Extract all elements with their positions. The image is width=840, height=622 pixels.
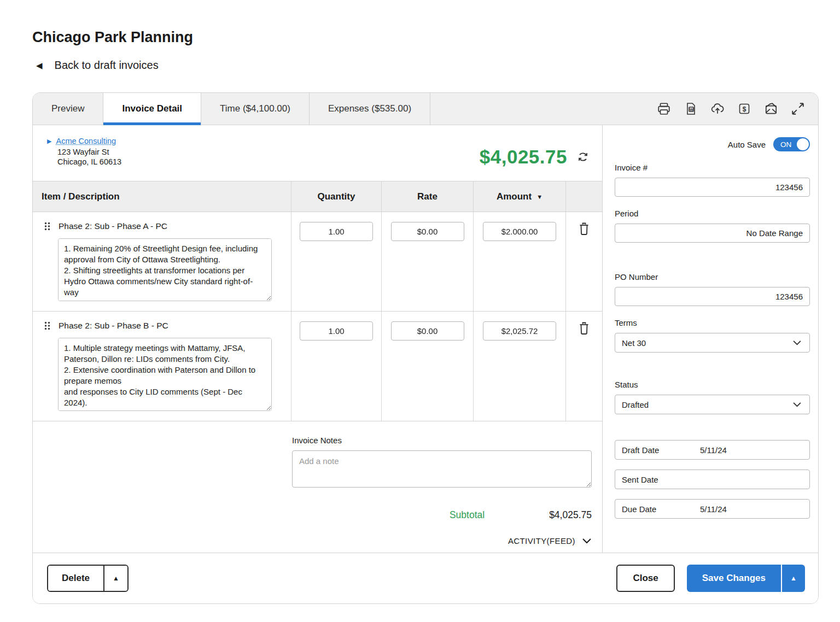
invoice-number-input[interactable] xyxy=(615,178,810,197)
notes-section: Invoice Notes Subtotal $4,025.75 ACTIVIT… xyxy=(33,421,602,545)
amount-input[interactable] xyxy=(483,222,556,241)
due-date-value: 5/11/24 xyxy=(700,504,727,514)
auto-save-toggle[interactable]: ON xyxy=(773,137,810,151)
activity-feed-toggle[interactable]: ACTIVITY(FEED) xyxy=(292,536,592,545)
item-title[interactable]: Phase 2: Sub - Phase A - PC xyxy=(59,221,167,231)
draft-date-field[interactable]: Draft Date 5/11/24 xyxy=(615,440,810,460)
period-input[interactable] xyxy=(615,224,810,243)
invoice-settings-panel: Auto Save ON Invoice # Period PO Number … xyxy=(602,125,818,553)
subtotal-value: $4,025.75 xyxy=(549,509,592,521)
back-to-draft-invoices-link[interactable]: ◀ Back to draft invoices xyxy=(36,59,159,72)
header-amount-label: Amount xyxy=(497,191,532,202)
toolbar: W $ xyxy=(657,93,818,125)
status-value: Drafted xyxy=(622,400,649,409)
email-icon[interactable] xyxy=(764,102,778,116)
print-icon[interactable] xyxy=(657,102,671,116)
activity-feed-label: ACTIVITY(FEED) xyxy=(508,536,575,545)
subtotal-label: Subtotal xyxy=(450,509,485,521)
cloud-upload-icon[interactable] xyxy=(710,102,725,116)
drag-handle-icon[interactable] xyxy=(44,321,51,331)
rate-input[interactable] xyxy=(391,321,464,341)
tab-time[interactable]: Time ($4,100.00) xyxy=(201,93,310,125)
delete-split-button: Delete ▲ xyxy=(47,565,129,592)
line-item-row: Phase 2: Sub - Phase B - PC 1. Multiple … xyxy=(33,312,602,421)
editor-body: ▶ Acme Consulting 123 Wayfair St Chicago… xyxy=(33,125,818,553)
due-date-label: Due Date xyxy=(622,504,700,514)
header-amount[interactable]: Amount ▼ xyxy=(473,181,565,212)
terms-select[interactable]: Net 30 xyxy=(615,333,810,353)
invoice-editor-card: Preview Invoice Detail Time ($4,100.00) … xyxy=(32,92,819,604)
po-number-input[interactable] xyxy=(615,287,810,306)
save-menu-arrow[interactable]: ▲ xyxy=(782,565,805,592)
draft-date-label: Draft Date xyxy=(622,445,700,455)
chevron-down-icon xyxy=(792,340,802,346)
word-doc-icon[interactable]: W xyxy=(684,102,698,116)
terms-label: Terms xyxy=(615,318,810,327)
footer-bar: Delete ▲ Close Save Changes ▲ xyxy=(33,553,818,603)
chevron-down-icon xyxy=(792,402,802,408)
status-label: Status xyxy=(615,380,810,389)
toggle-knob xyxy=(797,138,809,150)
quantity-input[interactable] xyxy=(300,321,373,341)
svg-text:$: $ xyxy=(743,105,746,113)
expand-icon[interactable] xyxy=(791,102,805,116)
item-description-textarea[interactable]: 1. Multiple strategy meetings with Matta… xyxy=(58,338,272,411)
dollar-icon[interactable]: $ xyxy=(737,102,751,116)
status-select[interactable]: Drafted xyxy=(615,395,810,414)
tab-preview[interactable]: Preview xyxy=(33,93,103,125)
back-link-label: Back to draft invoices xyxy=(55,59,159,72)
terms-value: Net 30 xyxy=(622,338,646,348)
sent-date-field[interactable]: Sent Date xyxy=(615,470,810,489)
period-label: Period xyxy=(615,209,810,218)
header-rate: Rate xyxy=(381,181,473,212)
client-address-line1: 123 Wayfair St xyxy=(57,147,121,157)
header-quantity: Quantity xyxy=(291,181,381,212)
item-title[interactable]: Phase 2: Sub - Phase B - PC xyxy=(59,321,168,331)
item-description-textarea[interactable]: 1. Remaining 20% of Streetlight Design f… xyxy=(58,238,272,301)
header-item-description: Item / Description xyxy=(33,181,291,212)
auto-save-label: Auto Save xyxy=(728,140,766,149)
save-changes-button[interactable]: Save Changes xyxy=(687,565,781,592)
auto-save-state: ON xyxy=(780,140,791,149)
svg-text:W: W xyxy=(690,108,693,112)
client-expand-icon[interactable]: ▶ xyxy=(47,136,51,146)
tab-bar: Preview Invoice Detail Time ($4,100.00) … xyxy=(33,93,818,125)
delete-row-button[interactable] xyxy=(576,221,592,237)
delete-button[interactable]: Delete xyxy=(48,566,104,591)
delete-row-button[interactable] xyxy=(576,320,592,337)
invoice-header-strip: ▶ Acme Consulting 123 Wayfair St Chicago… xyxy=(33,125,602,181)
client-address-line2: Chicago, IL 60613 xyxy=(57,157,121,167)
close-button[interactable]: Close xyxy=(616,565,674,592)
tab-invoice-detail[interactable]: Invoice Detail xyxy=(103,93,201,125)
line-items-header: Item / Description Quantity Rate Amount … xyxy=(33,181,602,212)
amount-input[interactable] xyxy=(483,321,556,341)
header-actions xyxy=(565,181,602,212)
page-title: Chicago Park Planning xyxy=(32,29,193,46)
amount-sort-icon[interactable]: ▼ xyxy=(536,193,542,200)
draft-date-value: 5/11/24 xyxy=(700,445,727,455)
delete-menu-arrow[interactable]: ▲ xyxy=(104,566,127,591)
tab-expenses[interactable]: Expenses ($535.00) xyxy=(310,93,430,125)
chevron-down-icon xyxy=(582,538,592,544)
po-number-label: PO Number xyxy=(615,272,810,281)
client-block: ▶ Acme Consulting 123 Wayfair St Chicago… xyxy=(47,136,121,181)
client-name-link[interactable]: Acme Consulting xyxy=(56,136,116,146)
refresh-icon[interactable] xyxy=(576,150,590,164)
line-item-row: Phase 2: Sub - Phase A - PC 1. Remaining… xyxy=(33,212,602,312)
quantity-input[interactable] xyxy=(300,222,373,241)
due-date-field[interactable]: Due Date 5/11/24 xyxy=(615,499,810,519)
back-arrow-icon: ◀ xyxy=(36,61,43,69)
drag-handle-icon[interactable] xyxy=(44,221,51,231)
save-split-button: Save Changes ▲ xyxy=(687,565,805,592)
invoice-total: $4,025.75 xyxy=(480,146,567,168)
invoice-notes-label: Invoice Notes xyxy=(292,436,592,445)
invoice-main: ▶ Acme Consulting 123 Wayfair St Chicago… xyxy=(33,125,602,553)
invoice-notes-textarea[interactable] xyxy=(292,450,592,488)
invoice-number-label: Invoice # xyxy=(615,163,810,172)
rate-input[interactable] xyxy=(391,222,464,241)
sent-date-label: Sent Date xyxy=(622,475,700,484)
